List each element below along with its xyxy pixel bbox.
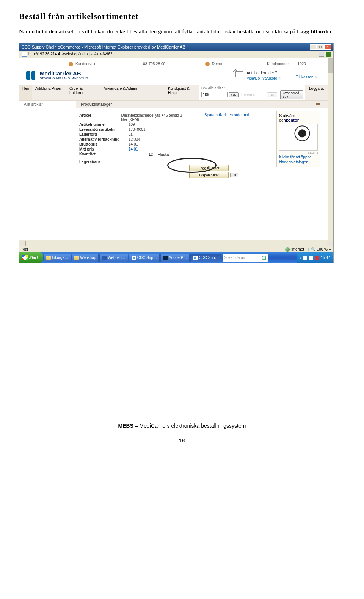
taskbar-item-cdc2[interactable]: CDC Sup… bbox=[190, 254, 221, 262]
url-dropdown-button[interactable] bbox=[319, 52, 324, 57]
action-column: Spara artikel i en ordermall Lägg till o… bbox=[204, 113, 254, 178]
footer-text: MEBS – MediCarriers elektroniska beställ… bbox=[19, 423, 345, 429]
ie-titlebar: CDC Supply Chain eCommerce - Microsoft I… bbox=[19, 43, 333, 51]
tray-icon-3[interactable] bbox=[315, 256, 319, 260]
nav-order[interactable]: Order & Fakturor bbox=[66, 85, 100, 100]
start-button[interactable]: Start bbox=[19, 252, 43, 263]
para-pre: När du hittat den artikel du vill ha kan… bbox=[19, 28, 297, 34]
demo-label: Demo - bbox=[212, 62, 224, 66]
ie-address-bar: http://192.36.214.41/webshop/index.jsp#i… bbox=[19, 51, 333, 58]
add-to-order-button[interactable]: Lägg till order bbox=[189, 165, 229, 171]
kundnummer-label: Kundnummer bbox=[267, 62, 290, 66]
val-lagerford: Ja bbox=[129, 132, 133, 136]
kundservice-label: Kundservice bbox=[75, 62, 96, 66]
maximize-button[interactable]: □ bbox=[317, 44, 324, 50]
url-text[interactable]: http://192.36.214.41/webshop/index.jsp#i… bbox=[28, 52, 112, 56]
taskbar-item-webbsh[interactable]: Webbsh… bbox=[99, 254, 128, 262]
logo-row: MediCarrier AB STOCKHOLMS LÄNS LANDSTING… bbox=[19, 68, 328, 85]
system-tray: ‹ 15:47 bbox=[297, 252, 333, 263]
lbl-lagerford: Lagerförd bbox=[79, 132, 129, 136]
ie-status-bar: Klar Internet | 🔍 100 % ▾ bbox=[19, 246, 333, 252]
quantity-input[interactable] bbox=[129, 152, 154, 157]
product-table: ArtikelDesinfektionsmedel yta +45 tensid… bbox=[79, 113, 189, 178]
lbl-mittpris: Mitt pris bbox=[79, 147, 129, 151]
taskbar-item-webshop[interactable]: Webshop bbox=[72, 254, 99, 262]
logo-name: MediCarrier AB bbox=[40, 70, 88, 77]
subnav-alla-artiklar[interactable]: Alla artiklar bbox=[19, 101, 76, 108]
nav-artiklar[interactable]: Artiklar & Priser bbox=[32, 85, 66, 100]
val-levartnr: 17040001 bbox=[129, 127, 146, 132]
taskbar-item-inkorg[interactable]: Inkorge… bbox=[44, 254, 71, 262]
close-button[interactable]: × bbox=[324, 44, 331, 50]
status-zoom: 100 % bbox=[317, 247, 328, 251]
val-mittpris: 14.01 bbox=[129, 147, 138, 151]
para-post: . bbox=[332, 28, 334, 34]
tray-icon-2[interactable] bbox=[309, 256, 313, 260]
lbl-artikel: Artikel bbox=[79, 113, 121, 122]
search-benamn-input[interactable] bbox=[240, 92, 266, 97]
phone-label: 08-795 28 00 bbox=[143, 62, 165, 66]
to-checkout-link[interactable]: Till kassan » bbox=[296, 71, 317, 79]
window-title: CDC Supply Chain eCommerce - Microsoft I… bbox=[22, 45, 185, 49]
taskbar-search-placeholder: Söka i datorn bbox=[224, 256, 246, 260]
catalog-sidebox[interactable]: Sjukvård ochkontor Arbetsmi Klicka för a… bbox=[276, 111, 320, 167]
unit-label: Flaska bbox=[158, 152, 169, 157]
collapse-icon[interactable] bbox=[316, 103, 320, 105]
page-content: Kundservice 08-795 28 00 Demo - Kundnumm… bbox=[19, 58, 333, 240]
advanced-search-button[interactable]: Avancerad sök bbox=[280, 90, 303, 99]
window-buttons: –□× bbox=[309, 44, 331, 50]
taskbar-item-adobe[interactable]: Adobe P… bbox=[160, 254, 190, 262]
sidebox-pub: Arbetsmi bbox=[279, 152, 318, 155]
taskbar-search[interactable]: Söka i datorn bbox=[223, 254, 268, 262]
nav-anvandare[interactable]: Användare & Admin bbox=[100, 85, 165, 100]
val-altpack: 12/324 bbox=[129, 137, 140, 141]
horizontal-scrollbar[interactable] bbox=[19, 240, 333, 246]
cart-icon bbox=[235, 71, 243, 77]
para-bold: Lägg till order bbox=[297, 28, 332, 34]
tray-chevron-icon[interactable]: ‹ bbox=[300, 256, 301, 260]
screenshot-window: CDC Supply Chain eCommerce - Microsoft I… bbox=[19, 43, 334, 263]
page-icon bbox=[22, 52, 27, 57]
save-article-link[interactable]: Spara artikel i en ordermall bbox=[204, 113, 254, 117]
nav-hem[interactable]: Hem bbox=[19, 85, 32, 100]
subnav-produktkataloger[interactable]: Produktkataloger bbox=[81, 102, 112, 107]
main-nav: Hem Artiklar & Priser Order & Fakturor A… bbox=[19, 85, 328, 101]
taskbar: Start Inkorge… Webshop Webbsh… CDC Sup… … bbox=[19, 252, 333, 263]
nav-kundtjanst[interactable]: Kundtjänst & Hjälp bbox=[165, 85, 199, 100]
lbl-altpack: Alternativ förpackning bbox=[79, 137, 129, 141]
status-zone: Internet bbox=[291, 247, 304, 251]
sidebox-image bbox=[279, 124, 318, 151]
minimize-button[interactable]: – bbox=[310, 44, 317, 50]
disponibilitet-button[interactable]: Disponibilitet bbox=[189, 172, 229, 178]
search-icon bbox=[262, 256, 266, 260]
lbl-kvantitet: Kvantitet bbox=[79, 152, 129, 157]
go-button[interactable] bbox=[326, 52, 331, 57]
tray-clock: 15:47 bbox=[321, 256, 330, 260]
globe-icon bbox=[285, 247, 290, 252]
val-artikel: Desinfektionsmedel yta +45 tensid 1 lite… bbox=[121, 113, 189, 122]
search-ok-button[interactable]: OK bbox=[229, 92, 239, 97]
search-ok2-button[interactable]: OK bbox=[267, 92, 277, 97]
tray-icon-1[interactable] bbox=[303, 256, 307, 260]
taskbar-item-cdc1[interactable]: CDC Sup… bbox=[129, 254, 160, 262]
logo-sub: STOCKHOLMS LÄNS LANDSTING bbox=[40, 77, 88, 80]
lbl-artikelnummer: Artikelnummer bbox=[79, 122, 129, 127]
lbl-levartnr: Leverantörsartikelnr bbox=[79, 127, 129, 132]
cart-toggle-link[interactable]: Visa/Dölj varukorg » bbox=[246, 76, 280, 81]
kundnummer-value: 1020 bbox=[298, 62, 306, 66]
ok-after-button[interactable]: OK bbox=[230, 173, 238, 177]
search-artikel-input[interactable] bbox=[201, 92, 228, 97]
search-label: Sök alla artiklar bbox=[201, 86, 303, 90]
page-number: - 10 - bbox=[19, 438, 345, 444]
nav-logout[interactable]: Logga ut bbox=[305, 85, 328, 100]
sub-nav: Alla artiklar Produktkataloger bbox=[19, 101, 328, 108]
vertical-scrollbar[interactable] bbox=[328, 58, 333, 73]
logo-icon bbox=[25, 70, 38, 82]
sidebox-open-link[interactable]: Klicka för att öppna bladderkatalogen bbox=[279, 155, 318, 165]
user-icon bbox=[69, 62, 73, 66]
nav-search-area: Sök alla artiklar OK OK Avancerad sök bbox=[199, 85, 305, 100]
cart-rows-label: Antal orderrader 7 bbox=[246, 71, 280, 76]
val-artikelnummer: 109 bbox=[129, 122, 135, 127]
word-icon bbox=[102, 256, 107, 260]
val-bruttopris: 14.01 bbox=[129, 142, 138, 146]
